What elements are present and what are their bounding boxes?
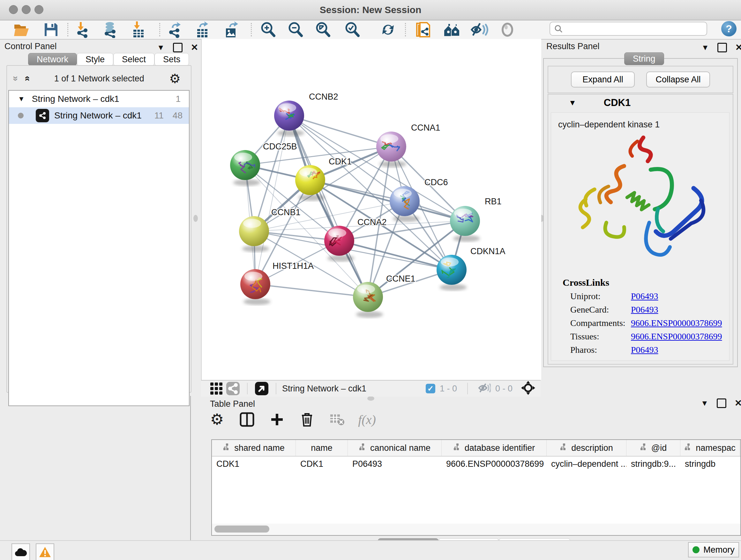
detach-view-icon[interactable] bbox=[253, 380, 270, 397]
selected-checkbox-icon[interactable]: ✓ bbox=[426, 384, 435, 393]
table-cell[interactable]: CDK1 bbox=[296, 456, 348, 471]
home-string-icon[interactable] bbox=[443, 21, 461, 38]
table-settings-gear-icon[interactable]: ⚙ bbox=[209, 411, 225, 428]
gene-card-header[interactable]: ▼ CDK1 bbox=[548, 95, 733, 111]
eye-disabled-icon[interactable] bbox=[498, 21, 516, 38]
tab-sets[interactable]: Sets bbox=[154, 53, 189, 66]
network-row[interactable]: String Network – cdk1 11 48 bbox=[9, 107, 189, 124]
fit-content-crosshair-icon[interactable] bbox=[521, 381, 536, 396]
panel-close-icon[interactable]: ✕ bbox=[191, 42, 198, 53]
zoom-out-icon[interactable] bbox=[286, 21, 305, 38]
tree-column-icon bbox=[640, 443, 648, 453]
add-column-icon[interactable] bbox=[269, 411, 285, 428]
export-image-icon[interactable] bbox=[223, 21, 241, 38]
collapse-all-icon[interactable]: » bbox=[10, 76, 21, 81]
search-icon bbox=[554, 24, 563, 33]
export-table-icon[interactable] bbox=[194, 21, 212, 38]
crosslink-value-link[interactable]: P06493 bbox=[631, 291, 658, 301]
column-header--id[interactable]: @id bbox=[626, 440, 680, 456]
network-share-view-icon[interactable] bbox=[225, 380, 241, 397]
collapse-all-button[interactable]: Collapse All bbox=[646, 71, 710, 87]
panel-menu-icon[interactable]: ▼ bbox=[157, 43, 165, 52]
crosslink-value-link[interactable]: 9606.ENSP00000378699 bbox=[631, 331, 722, 341]
show-columns-icon[interactable] bbox=[239, 411, 255, 428]
delete-table-icon[interactable] bbox=[329, 411, 345, 428]
zoom-selected-icon[interactable] bbox=[343, 21, 361, 38]
clone-network-icon[interactable] bbox=[414, 21, 432, 38]
import-network-from-file-icon[interactable] bbox=[74, 21, 92, 38]
function-builder-icon[interactable]: f(x) bbox=[359, 411, 375, 428]
refresh-style-icon[interactable] bbox=[379, 21, 397, 38]
hide-unhide-icon[interactable] bbox=[470, 21, 488, 38]
cloud-status-button[interactable] bbox=[11, 543, 30, 560]
panel-close-icon[interactable]: ✕ bbox=[735, 42, 741, 53]
panel-close-icon[interactable]: ✕ bbox=[735, 398, 741, 408]
table-horizontal-scrollbar[interactable] bbox=[211, 523, 741, 536]
table-cell[interactable]: CDK1 bbox=[212, 456, 296, 471]
delete-column-icon[interactable] bbox=[299, 411, 315, 428]
tree-expand-icon[interactable]: ▼ bbox=[18, 95, 25, 103]
network-collection-row[interactable]: ▼ String Network – cdk1 1 bbox=[9, 91, 189, 107]
tab-select[interactable]: Select bbox=[113, 53, 154, 66]
zoom-fit-icon[interactable] bbox=[314, 21, 332, 38]
network-node-CDKN1A[interactable]: CDKN1A bbox=[436, 246, 506, 291]
expand-all-icon[interactable]: » bbox=[21, 76, 32, 81]
table-cell[interactable]: P06493 bbox=[348, 456, 442, 471]
panel-float-icon[interactable] bbox=[718, 43, 727, 52]
hidden-eye-icon[interactable] bbox=[478, 382, 491, 395]
birds-eye-view-icon[interactable] bbox=[208, 380, 225, 397]
left-splitter-handle[interactable] bbox=[193, 215, 198, 222]
network-node-CCNA1[interactable]: CCNA1 bbox=[376, 123, 441, 167]
search-input[interactable] bbox=[563, 23, 706, 34]
crosslink-value-link[interactable]: P06493 bbox=[631, 345, 658, 355]
toolbar-divider bbox=[405, 23, 406, 37]
scrollbar-thumb[interactable] bbox=[214, 525, 269, 533]
column-header-canonical-name[interactable]: canonical name bbox=[348, 440, 442, 456]
memory-button[interactable]: Memory bbox=[688, 542, 739, 557]
expand-all-button[interactable]: Expand All bbox=[571, 71, 635, 87]
export-network-icon[interactable] bbox=[166, 21, 185, 38]
crosslink-value-link[interactable]: 9606.ENSP00000378699 bbox=[631, 318, 722, 328]
network-edge-HIST1H1A-CCNE1[interactable] bbox=[255, 284, 368, 297]
column-header-shared-name[interactable]: shared name bbox=[212, 440, 296, 456]
network-node-CCNB1[interactable]: CCNB1 bbox=[239, 207, 300, 252]
tab-network[interactable]: Network bbox=[28, 53, 77, 66]
network-canvas[interactable]: CCNB2CCNA1CDC25BCDK1CDC6RB1CCNB1CCNA2CDK… bbox=[201, 39, 541, 380]
warnings-button[interactable] bbox=[36, 543, 54, 560]
import-network-from-database-icon[interactable] bbox=[102, 21, 119, 38]
table-cell[interactable]: cyclin–dependent ... bbox=[547, 456, 626, 471]
import-table-from-file-icon[interactable] bbox=[130, 21, 148, 38]
network-node-CDC6[interactable]: CDC6 bbox=[390, 178, 448, 222]
open-session-icon[interactable] bbox=[13, 21, 30, 38]
table-cell[interactable]: 9606.ENSP00000378699 bbox=[442, 456, 547, 471]
collapse-section-icon[interactable]: ▼ bbox=[569, 98, 576, 107]
memory-label: Memory bbox=[703, 545, 735, 555]
panel-menu-icon[interactable]: ▼ bbox=[701, 43, 709, 52]
network-node-CCNE1[interactable]: CCNE1 bbox=[353, 274, 415, 318]
zoom-in-icon[interactable] bbox=[259, 21, 277, 38]
network-node-HIST1H1A[interactable]: HIST1H1A bbox=[240, 261, 314, 305]
network-node-RB1[interactable]: RB1 bbox=[450, 197, 502, 242]
column-header-namespac[interactable]: namespac bbox=[680, 440, 740, 456]
save-session-icon[interactable] bbox=[42, 21, 60, 38]
network-node-CCNB2[interactable]: CCNB2 bbox=[274, 92, 338, 136]
network-edge-CCNB2-CCNA1[interactable] bbox=[289, 116, 391, 146]
column-header-name[interactable]: name bbox=[296, 440, 348, 456]
help-icon[interactable]: ? bbox=[721, 21, 737, 37]
table-cell[interactable]: stringdb bbox=[680, 456, 740, 471]
panel-float-icon[interactable] bbox=[173, 43, 183, 52]
gear-icon[interactable]: ⚙ bbox=[169, 72, 181, 85]
network-edge-CCNB2-HIST1H1A[interactable] bbox=[255, 116, 289, 284]
collection-label: String Network – cdk1 bbox=[32, 94, 119, 104]
table-row[interactable]: CDK1CDK1P064939606.ENSP00000378699cyclin… bbox=[212, 456, 740, 471]
panel-float-icon[interactable] bbox=[717, 398, 726, 408]
crosslink-value-link[interactable]: P06493 bbox=[631, 305, 658, 315]
column-header-description[interactable]: description bbox=[547, 440, 626, 456]
panel-menu-icon[interactable]: ▼ bbox=[701, 399, 709, 408]
search-field[interactable] bbox=[549, 22, 707, 36]
tab-style[interactable]: Style bbox=[77, 53, 113, 66]
column-header-database-identifier[interactable]: database identifier bbox=[442, 440, 547, 456]
results-tab-string[interactable]: String bbox=[624, 52, 664, 65]
crosslink-row: Uniprot:P06493 bbox=[570, 291, 729, 301]
table-cell[interactable]: stringdb:9... bbox=[626, 456, 680, 471]
